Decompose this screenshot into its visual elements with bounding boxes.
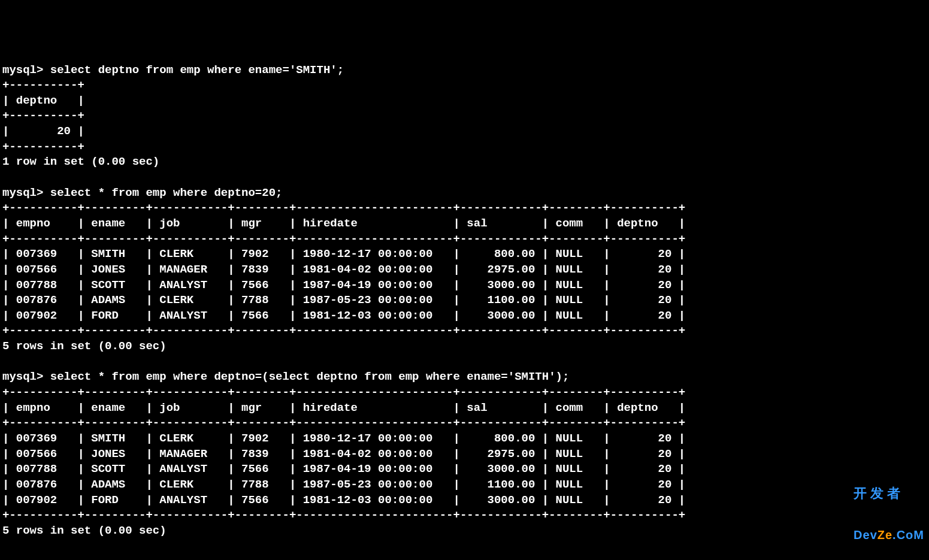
watermark-en: DevZe.CoM: [854, 529, 924, 541]
terminal-output[interactable]: mysql> select deptno from emp where enam…: [2, 63, 927, 539]
watermark-cn: 开发者: [854, 487, 924, 500]
watermark: 开发者 DevZe.CoM: [854, 458, 924, 555]
